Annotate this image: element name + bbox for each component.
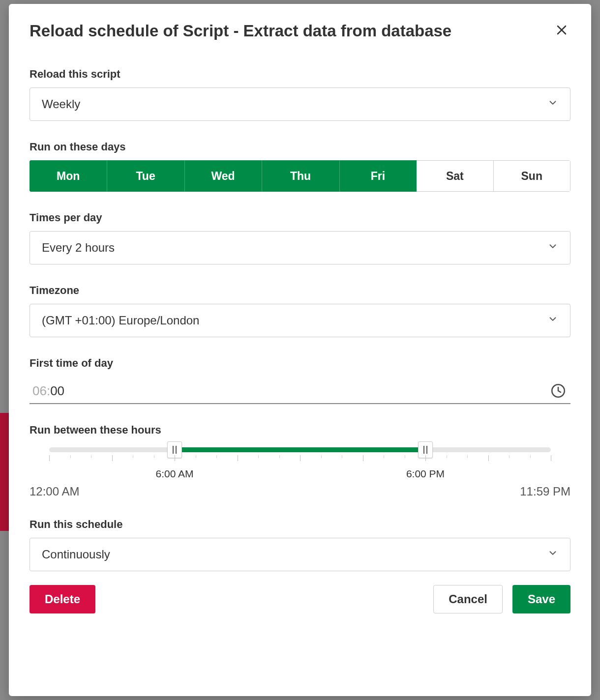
delete-button[interactable]: Delete [30, 585, 95, 613]
schedule-mode-value: Continuously [42, 548, 110, 561]
day-toggle-mon[interactable]: Mon [30, 160, 107, 192]
schedule-mode-select[interactable]: Continuously [30, 538, 570, 571]
chevron-down-icon [547, 548, 558, 561]
close-button[interactable] [553, 22, 570, 40]
schedule-mode-label: Run this schedule [30, 518, 570, 531]
time-range-fill [175, 447, 425, 452]
chevron-down-icon [547, 314, 558, 327]
day-toggle-tue[interactable]: Tue [107, 160, 184, 192]
range-axis-end: 11:59 PM [520, 485, 570, 498]
reload-frequency-value: Weekly [42, 97, 80, 111]
range-end-label: 6:00 PM [406, 468, 445, 480]
background-overflow [0, 413, 9, 531]
time-range-ticks [49, 455, 551, 465]
range-axis-start: 12:00 AM [30, 485, 79, 498]
timezone-label: Timezone [30, 284, 570, 297]
first-time-label: First time of day [30, 357, 570, 370]
modal-title: Reload schedule of Script - Extract data… [30, 22, 451, 40]
first-time-value: 06:00 [32, 383, 64, 399]
reload-schedule-modal: Reload schedule of Script - Extract data… [9, 4, 591, 696]
days-label: Run on these days [30, 141, 570, 153]
times-per-day-select[interactable]: Every 2 hours [30, 231, 570, 264]
timezone-select[interactable]: (GMT +01:00) Europe/London [30, 304, 570, 337]
reload-frequency-label: Reload this script [30, 68, 570, 81]
time-range-track[interactable] [49, 447, 551, 452]
day-toggle-fri[interactable]: Fri [339, 160, 417, 192]
times-per-day-value: Every 2 hours [42, 241, 115, 255]
chevron-down-icon [547, 241, 558, 255]
clock-icon[interactable] [549, 381, 568, 400]
first-time-input[interactable]: 06:00 [30, 377, 570, 404]
close-icon [556, 24, 568, 38]
day-toggle-wed[interactable]: Wed [184, 160, 262, 192]
run-between-label: Run between these hours [30, 424, 570, 437]
day-toggle-sat[interactable]: Sat [417, 160, 493, 192]
day-toggle-sun[interactable]: Sun [494, 160, 570, 192]
cancel-button[interactable]: Cancel [433, 585, 503, 613]
times-per-day-label: Times per day [30, 211, 570, 224]
timezone-value: (GMT +01:00) Europe/London [42, 314, 199, 327]
save-button[interactable]: Save [512, 585, 570, 613]
day-toggle-thu[interactable]: Thu [262, 160, 339, 192]
range-start-label: 6:00 AM [155, 468, 193, 480]
days-toggle-group: MonTueWedThuFriSatSun [30, 160, 570, 192]
chevron-down-icon [547, 97, 558, 111]
reload-frequency-select[interactable]: Weekly [30, 88, 570, 121]
